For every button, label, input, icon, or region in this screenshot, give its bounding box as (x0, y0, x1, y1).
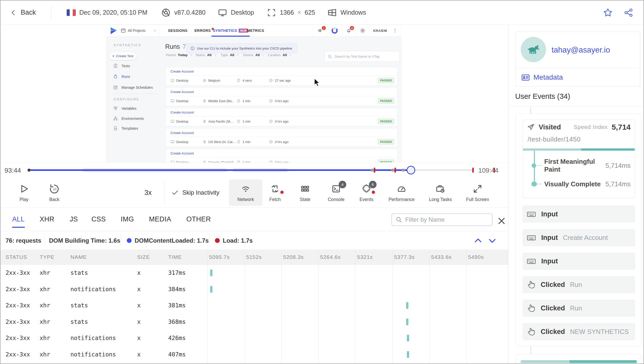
avatar (521, 37, 546, 62)
event-marker[interactable] (371, 169, 374, 172)
row-type: xhr (40, 297, 50, 314)
network-row[interactable]: 2xx-3xx xhr notifications x 426ms (1, 330, 508, 346)
network-tab-js[interactable]: JS (70, 215, 78, 227)
user-event-row[interactable]: Input (523, 206, 635, 222)
run-location: Middle East (Ba... (208, 99, 234, 103)
row-status: 2xx-3xx (6, 314, 30, 330)
row-name: stats (70, 265, 88, 281)
network-tab-media[interactable]: MEDIA (149, 215, 171, 227)
user-event-row[interactable]: Clicked Run (523, 276, 635, 293)
fullscreen-button[interactable]: Full Screen (457, 179, 498, 206)
visited-event-card[interactable]: Visited Speed Index 5,714 /test-builder/… (523, 120, 635, 198)
run-card: Create Account Desktop Middle East (Ba..… (166, 88, 397, 106)
filter-by-name-input[interactable] (405, 216, 488, 223)
app-navbar-right: 1 33 KRAIEM (313, 25, 400, 37)
network-tab-other[interactable]: OTHER (186, 215, 211, 227)
error-marker[interactable] (394, 168, 396, 173)
network-row[interactable]: 2xx-3xx xhr notifications x 384ms (1, 281, 508, 298)
col-type: TYPE (40, 249, 55, 265)
jump-next-button[interactable] (487, 236, 497, 246)
run-ago: 3 hrs ago (275, 140, 288, 144)
events-panel-button[interactable]: 6 Events (346, 179, 387, 206)
dom-building-time: DOM Building Time: 1.6s (49, 231, 120, 250)
announce-badge: 1 (322, 26, 326, 30)
device-info: Desktop (218, 1, 254, 25)
visited-progress-bar (523, 148, 635, 151)
row-status: 2xx-3xx (6, 281, 30, 298)
play-button[interactable]: Play (9, 179, 39, 206)
fetch-red-dot (280, 191, 284, 194)
event-detail: Run (570, 304, 582, 312)
time-tick: 5490s (468, 249, 484, 265)
os-label: Windows (340, 9, 366, 16)
error-marker[interactable] (374, 168, 375, 173)
session-datetime: Dec 09, 2020, 05:10 PM (79, 9, 147, 16)
user-event-row[interactable]: Input Create Account (523, 229, 635, 246)
monitor-icon (170, 140, 175, 144)
events-count-badge: 6 (369, 181, 377, 188)
monitor-icon (170, 119, 175, 123)
share-button[interactable] (624, 1, 633, 25)
network-panel: ALLXHRJSCSSIMGMEDIAOTHER 76: requests DO… (1, 208, 508, 364)
metadata-button[interactable]: Metadata (521, 73, 563, 82)
speed-index-value: 5,714 (612, 123, 631, 131)
divider (44, 234, 44, 247)
network-tab-all[interactable]: ALL (12, 215, 25, 228)
event-marker[interactable] (402, 169, 405, 172)
user-email-link[interactable]: tahay@asayer.io (552, 46, 610, 55)
event-detail: NEW SYNTHETICS (570, 328, 629, 336)
performance-panel-button[interactable]: Performance (381, 179, 422, 206)
back-10s-button[interactable]: 10 Back (39, 179, 69, 206)
user-events-panel: tahay@asayer.io Metadata User Events (34… (508, 25, 643, 364)
event-marker[interactable] (391, 169, 394, 172)
waterfall-bar (210, 286, 212, 293)
playback-speed-button[interactable]: 3x (144, 177, 152, 208)
network-tab-css[interactable]: CSS (91, 215, 106, 227)
run-location: Canada (Central) (208, 161, 234, 163)
console-count-badge: 4 (339, 181, 346, 188)
playhead-handle[interactable] (407, 166, 415, 174)
close-network-panel-button[interactable] (497, 216, 506, 226)
row-status: 2xx-3xx (6, 297, 30, 314)
next-event-card-partial[interactable] (515, 354, 641, 364)
check-icon (171, 189, 179, 196)
sidebar-item-environments: Environments (113, 116, 144, 121)
back-button[interactable]: Back (10, 1, 36, 25)
run-duration: 1 min (242, 140, 251, 144)
info-icon (190, 46, 195, 51)
row-name: stats (70, 297, 88, 314)
end-time: 109:44 (478, 167, 499, 174)
run-duration: 1 min (242, 161, 251, 163)
user-event-row[interactable]: Clicked NEW SYNTHETICS (523, 323, 635, 340)
network-filter-input[interactable] (391, 213, 492, 226)
row-size: x (137, 265, 141, 281)
run-device: Desktop (176, 79, 188, 82)
map-pin-icon (203, 78, 207, 82)
event-type: Input (541, 257, 558, 265)
jump-previous-button[interactable] (473, 236, 483, 246)
timeline-track[interactable] (29, 163, 473, 178)
waterfall-bar (407, 351, 409, 358)
next-visited-progress-bar (521, 360, 637, 363)
viewport-x: × (298, 9, 301, 16)
network-row[interactable]: 2xx-3xx xhr notifications x 407ms (1, 346, 508, 363)
run-name-link: Create Account (170, 110, 194, 114)
error-marker[interactable] (472, 168, 474, 173)
run-ago: 3 hrs ago (275, 99, 288, 103)
favorite-button[interactable] (603, 1, 613, 25)
user-event-row[interactable]: Input (523, 253, 635, 269)
long-tasks-panel-button[interactable]: Long Tasks (420, 179, 461, 206)
row-name: notifications (70, 330, 116, 346)
network-row[interactable]: 2xx-3xx xhr stats x 317ms (1, 265, 508, 281)
user-event-row[interactable]: Clicked Run (523, 300, 635, 316)
runs-search-input: Search by Test Name or #Tag (325, 51, 400, 62)
network-tab-img[interactable]: IMG (121, 215, 134, 227)
network-row[interactable]: 2xx-3xx xhr stats x 368ms (1, 314, 508, 330)
back-label: Back (21, 9, 36, 16)
dcl-dot-icon (127, 238, 132, 243)
player-controls: Play 10 Back 3x Skip Inactivity Network … (1, 177, 508, 208)
network-row[interactable]: 2xx-3xx xhr stats x 381ms (1, 297, 508, 314)
skip-inactivity-toggle[interactable]: Skip Inactivity (171, 177, 219, 208)
monitor-icon (218, 8, 227, 17)
network-tab-xhr[interactable]: XHR (40, 215, 55, 227)
